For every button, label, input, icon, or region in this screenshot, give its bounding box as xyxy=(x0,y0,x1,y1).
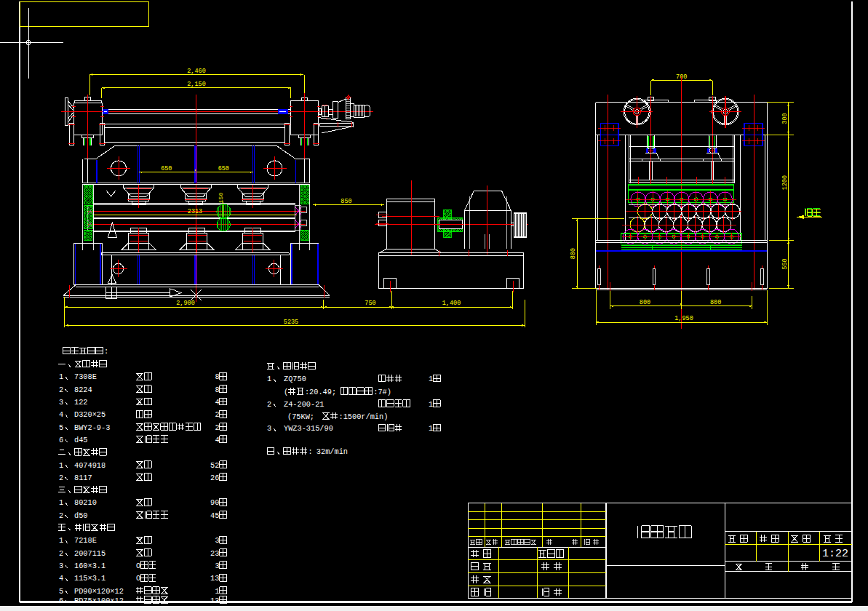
svg-text:ZQ750: ZQ750 xyxy=(284,375,306,383)
svg-text:3: 3 xyxy=(267,424,271,433)
svg-text:45: 45 xyxy=(210,511,219,520)
svg-text:1: 1 xyxy=(59,372,63,381)
svg-text:1: 1 xyxy=(215,587,219,596)
svg-text:6: 6 xyxy=(59,596,63,605)
svg-text:2,460: 2,460 xyxy=(187,68,206,75)
svg-text:800: 800 xyxy=(640,299,650,306)
svg-text:90: 90 xyxy=(210,498,219,507)
svg-text:D320×25: D320×25 xyxy=(74,410,105,419)
svg-text:5: 5 xyxy=(59,587,63,596)
svg-text:2: 2 xyxy=(267,400,271,409)
svg-text:2: 2 xyxy=(215,410,219,419)
svg-text:BWY2-9-3: BWY2-9-3 xyxy=(74,423,110,432)
svg-text:1:22: 1:22 xyxy=(822,548,848,560)
svg-text:1,950: 1,950 xyxy=(674,315,693,322)
svg-text::1500r/min): :1500r/min) xyxy=(338,412,388,421)
svg-text::20.49;: :20.49; xyxy=(305,388,336,396)
svg-text:2,150: 2,150 xyxy=(187,81,206,88)
svg-text:2: 2 xyxy=(59,474,63,482)
svg-text:26: 26 xyxy=(210,474,219,482)
svg-text:650: 650 xyxy=(161,165,172,172)
svg-text:650: 650 xyxy=(218,165,229,172)
svg-text:YWZ3-315/90: YWZ3-315/90 xyxy=(284,424,333,433)
svg-text:32m/min: 32m/min xyxy=(316,447,348,456)
svg-text:850: 850 xyxy=(341,198,351,205)
svg-text:3: 3 xyxy=(59,562,63,570)
svg-text:1: 1 xyxy=(59,536,63,545)
svg-text:4: 4 xyxy=(59,574,63,583)
svg-text:3: 3 xyxy=(215,536,219,545)
svg-text:O: O xyxy=(136,574,140,583)
svg-text:800: 800 xyxy=(710,299,721,306)
svg-text:PD75×100×12: PD75×100×12 xyxy=(74,596,124,605)
svg-text:13: 13 xyxy=(210,574,219,583)
svg-text:2: 2 xyxy=(215,423,219,432)
svg-text:2,900: 2,900 xyxy=(176,300,195,307)
svg-text:8117: 8117 xyxy=(74,474,92,482)
svg-text:300: 300 xyxy=(781,113,789,124)
svg-text:1: 1 xyxy=(59,461,63,470)
svg-text:8: 8 xyxy=(215,372,219,381)
svg-text:5235: 5235 xyxy=(284,319,298,326)
svg-text:4: 4 xyxy=(215,398,219,407)
svg-text:13: 13 xyxy=(210,596,219,605)
svg-text:7308E: 7308E xyxy=(74,372,97,381)
svg-text:750: 750 xyxy=(365,300,375,307)
svg-text:160×3.1: 160×3.1 xyxy=(74,562,105,570)
svg-text::: : xyxy=(308,447,313,456)
svg-text:122: 122 xyxy=(74,398,88,407)
svg-text:2: 2 xyxy=(59,549,63,558)
svg-text:2: 2 xyxy=(59,511,63,520)
svg-text:4: 4 xyxy=(59,410,63,419)
svg-text:(: ( xyxy=(284,388,288,396)
svg-text:1: 1 xyxy=(59,498,63,507)
svg-text:80210: 80210 xyxy=(74,498,97,507)
svg-text::: : xyxy=(104,347,108,356)
svg-text:PD90×120×12: PD90×120×12 xyxy=(74,587,124,596)
svg-text:1: 1 xyxy=(429,400,433,409)
svg-text:23: 23 xyxy=(210,549,219,558)
svg-text:d45: d45 xyxy=(74,436,88,444)
svg-text:d50: d50 xyxy=(74,511,88,520)
svg-text:Z4-200-21: Z4-200-21 xyxy=(284,400,324,409)
svg-text:550: 550 xyxy=(781,258,789,269)
svg-text:4: 4 xyxy=(215,436,219,444)
svg-text:8224: 8224 xyxy=(74,386,92,394)
svg-text:2: 2 xyxy=(59,386,63,394)
svg-text:1,400: 1,400 xyxy=(442,300,461,307)
svg-text:6: 6 xyxy=(59,436,63,444)
svg-text:O: O xyxy=(136,562,140,570)
svg-text:800: 800 xyxy=(570,248,577,259)
svg-text:(75KW;: (75KW; xyxy=(287,412,314,421)
svg-text:2313: 2313 xyxy=(188,208,202,215)
svg-text:2007115: 2007115 xyxy=(74,549,105,558)
svg-text:3: 3 xyxy=(215,562,219,570)
svg-text:5: 5 xyxy=(59,423,63,432)
svg-text:1: 1 xyxy=(267,375,271,383)
svg-text:1: 1 xyxy=(429,424,433,433)
svg-text:8: 8 xyxy=(215,386,219,394)
svg-text:7218E: 7218E xyxy=(74,536,97,545)
svg-text:52: 52 xyxy=(210,461,219,470)
svg-text:1200: 1200 xyxy=(781,175,789,190)
svg-text:1: 1 xyxy=(429,375,433,383)
svg-text:115×3.1: 115×3.1 xyxy=(74,574,105,583)
svg-text:4074918: 4074918 xyxy=(74,461,105,470)
svg-text:3: 3 xyxy=(59,398,63,407)
svg-text::7#): :7#) xyxy=(373,388,391,396)
